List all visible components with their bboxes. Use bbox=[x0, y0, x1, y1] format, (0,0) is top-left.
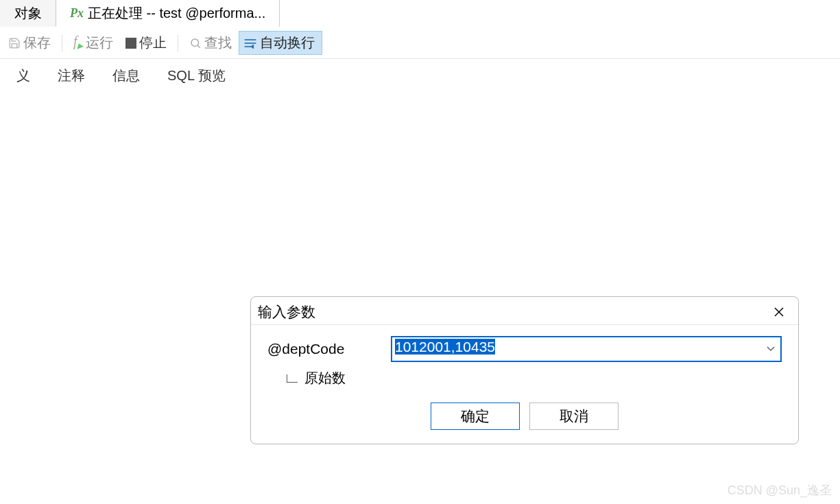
subtab-definition[interactable]: 义 bbox=[3, 61, 44, 91]
stop-icon bbox=[125, 38, 136, 49]
param-value: 1012001,10435 bbox=[395, 339, 495, 355]
svg-line-1 bbox=[197, 45, 200, 47]
find-button[interactable]: 查找 bbox=[184, 31, 237, 55]
save-icon bbox=[8, 37, 21, 49]
find-label: 查找 bbox=[204, 34, 232, 52]
dialog-title: 输入参数 bbox=[258, 302, 315, 322]
separator bbox=[62, 35, 62, 51]
autowrap-label: 自动换行 bbox=[260, 34, 315, 52]
raw-checkbox-row[interactable]: 原始数 bbox=[287, 369, 782, 387]
tab-processing-label: 正在处理 -- test @performa... bbox=[88, 4, 265, 23]
tab-objects-label: 对象 bbox=[14, 4, 42, 23]
run-button[interactable]: f▸ 运行 bbox=[68, 31, 119, 56]
toolbar: 保存 f▸ 运行 停止 查找 自动换行 bbox=[0, 27, 840, 59]
param-input[interactable]: 1012001,10435 bbox=[391, 336, 782, 362]
dialog-buttons: 确定 取消 bbox=[267, 403, 782, 430]
separator bbox=[178, 35, 178, 51]
save-button[interactable]: 保存 bbox=[3, 31, 56, 55]
param-label: @deptCode bbox=[267, 341, 391, 357]
window-tabs: 对象 Px 正在处理 -- test @performa... bbox=[0, 0, 840, 27]
raw-label: 原始数 bbox=[304, 369, 346, 387]
svg-point-0 bbox=[191, 39, 199, 47]
function-run-icon: f▸ bbox=[73, 34, 83, 53]
autowrap-button[interactable]: 自动换行 bbox=[239, 31, 322, 55]
stop-label: 停止 bbox=[139, 34, 167, 52]
run-label: 运行 bbox=[86, 34, 113, 52]
watermark: CSDN @Sun_逸圣 bbox=[728, 482, 832, 499]
search-icon bbox=[189, 37, 202, 49]
subtabs: 义 注释 信息 SQL 预览 bbox=[0, 59, 840, 92]
subtab-sql-preview[interactable]: SQL 预览 bbox=[154, 61, 239, 91]
dialog-titlebar: 输入参数 bbox=[251, 297, 798, 325]
param-row: @deptCode 1012001,10435 bbox=[267, 336, 782, 362]
dialog-body: @deptCode 1012001,10435 原始数 确定 取消 bbox=[251, 325, 798, 444]
save-label: 保存 bbox=[23, 34, 51, 52]
stop-button[interactable]: 停止 bbox=[120, 31, 172, 55]
content-area bbox=[0, 92, 840, 298]
tab-processing[interactable]: Px 正在处理 -- test @performa... bbox=[56, 0, 280, 27]
close-icon bbox=[773, 306, 785, 318]
param-input-wrapper: 1012001,10435 bbox=[391, 336, 782, 362]
wrap-icon bbox=[243, 37, 257, 49]
ok-button[interactable]: 确定 bbox=[431, 403, 520, 430]
function-icon: Px bbox=[70, 6, 84, 21]
checkbox-icon bbox=[287, 374, 298, 383]
subtab-comment[interactable]: 注释 bbox=[44, 61, 99, 91]
close-button[interactable] bbox=[769, 302, 789, 322]
input-parameter-dialog: 输入参数 @deptCode 1012001,10435 原始数 确定 取消 bbox=[250, 296, 799, 444]
subtab-info[interactable]: 信息 bbox=[99, 61, 154, 91]
tab-objects[interactable]: 对象 bbox=[0, 0, 56, 27]
cancel-button[interactable]: 取消 bbox=[529, 403, 619, 430]
